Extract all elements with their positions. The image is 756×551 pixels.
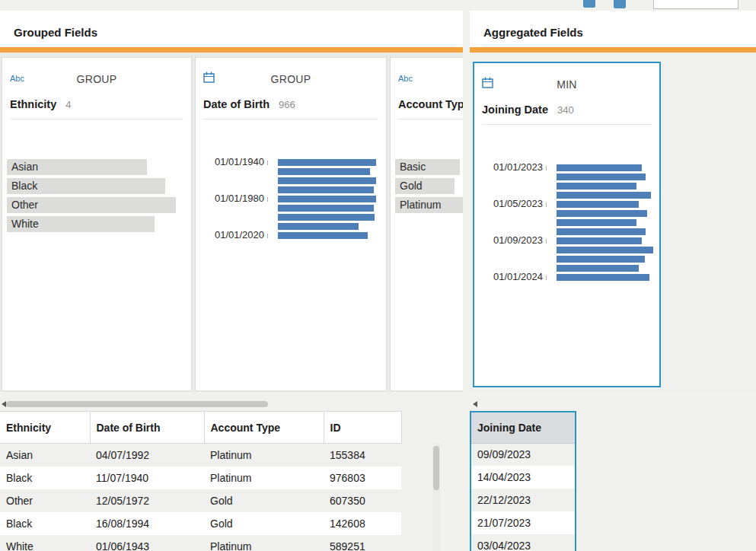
table-cell[interactable]: 607350	[324, 489, 401, 512]
table-row[interactable]: 14/04/2023	[471, 466, 575, 489]
table-cell[interactable]: Gold	[204, 512, 324, 535]
vertical-scrollbar[interactable]	[432, 443, 440, 551]
histogram-bar[interactable]	[278, 214, 375, 221]
histogram-bar[interactable]	[557, 210, 647, 217]
table-cell[interactable]: 21/07/2023	[471, 511, 575, 534]
table-row[interactable]: Black11/07/1940Platinum976803	[0, 467, 401, 489]
toolbar-icon[interactable]	[583, 0, 595, 8]
histogram-bar[interactable]	[557, 228, 646, 235]
category-bar[interactable]: Platinum	[395, 197, 463, 216]
table-cell[interactable]: 12/05/1972	[90, 489, 204, 512]
table-cell[interactable]: Asian	[0, 444, 90, 467]
column-header[interactable]: Ethnicity	[0, 412, 90, 444]
histogram-bar[interactable]	[557, 174, 646, 180]
category-bar[interactable]: Black	[7, 178, 187, 197]
table-cell[interactable]: Platinum	[204, 444, 324, 467]
scrollbar-thumb[interactable]	[433, 446, 439, 490]
table-cell[interactable]: Black	[0, 512, 90, 535]
table-row[interactable]: White01/06/1943Platinum589251	[0, 535, 401, 551]
table-cell[interactable]: 155384	[324, 444, 401, 467]
column-header[interactable]: Account Type	[204, 412, 324, 444]
table-row[interactable]: 21/07/2023	[471, 511, 575, 534]
histogram-track	[557, 183, 653, 190]
panel-title: Grouped Fields	[0, 11, 463, 39]
column-header[interactable]: ID	[324, 412, 401, 444]
header-row: Joining Date	[471, 412, 575, 443]
accent-bar	[0, 47, 463, 53]
category-bar[interactable]: Basic	[395, 159, 463, 178]
table-cell[interactable]: 11/07/1940	[90, 467, 204, 489]
table-cell[interactable]: 14/04/2023	[471, 466, 575, 489]
table-row[interactable]: Asian04/07/1992Platinum155384	[0, 444, 401, 467]
histogram-bar[interactable]	[557, 192, 651, 199]
table-row[interactable]: Black16/08/1994Gold142608	[0, 512, 401, 535]
table-cell[interactable]: 01/06/1943	[90, 535, 204, 551]
table-cell[interactable]: 09/09/2023	[471, 443, 575, 466]
field-name-row: Ethnicity4	[10, 97, 183, 111]
field-card-account-type[interactable]: Abc GROUP Account Type BasicGoldPlatinum	[390, 57, 463, 391]
histogram-bar[interactable]	[278, 159, 376, 166]
table-cell[interactable]: Platinum	[204, 535, 324, 551]
category-bar-label: Platinum	[400, 199, 441, 211]
table-cell[interactable]: 142608	[324, 512, 401, 535]
histogram-bar[interactable]	[557, 219, 636, 226]
category-bar[interactable]: White	[7, 216, 187, 235]
category-bar[interactable]: Other	[7, 197, 187, 216]
histogram-bar[interactable]	[278, 205, 374, 212]
histogram-bar[interactable]	[557, 247, 653, 253]
histogram-row: 01/01/1940	[202, 158, 380, 167]
histogram-bar[interactable]	[278, 186, 374, 193]
table-cell[interactable]: White	[0, 535, 90, 551]
table-cell[interactable]: Other	[0, 489, 90, 512]
histogram-bar[interactable]	[278, 177, 376, 184]
category-bar[interactable]: Gold	[395, 178, 463, 197]
histogram-bar[interactable]	[278, 196, 376, 202]
table-cell[interactable]: 16/08/1994	[90, 512, 204, 535]
table-cell[interactable]: 589251	[324, 535, 401, 551]
histogram-bar[interactable]	[557, 265, 639, 272]
histogram-track	[557, 210, 653, 217]
toolbar-field[interactable]	[653, 0, 738, 9]
histogram-bin-label: 01/01/1940	[202, 158, 278, 167]
table-row[interactable]: 03/04/2023	[471, 534, 575, 551]
field-card-date-of-birth[interactable]: GROUP Date of Birth966 01/01/194001/01/1…	[195, 57, 387, 391]
field-count: 4	[65, 99, 71, 110]
histogram-bar[interactable]	[557, 237, 642, 244]
data-table: Joining Date 09/09/202314/04/202322/12/2…	[471, 412, 575, 551]
scroll-left-arrow-icon[interactable]	[473, 401, 477, 407]
histogram-bin-label: 01/01/1980	[202, 194, 278, 203]
table-cell[interactable]: 03/04/2023	[471, 534, 575, 551]
table-row[interactable]: Other12/05/1972Gold607350	[0, 489, 401, 512]
header-row: EthnicityDate of BirthAccount TypeID	[0, 412, 401, 444]
histogram-bar[interactable]	[557, 164, 642, 171]
histogram-track	[557, 237, 653, 244]
histogram-bar[interactable]	[278, 223, 359, 230]
table-row[interactable]: 09/09/2023	[471, 443, 575, 466]
table-cell[interactable]: Gold	[204, 489, 324, 512]
histogram-bar[interactable]	[557, 274, 649, 281]
table-cell[interactable]: 976803	[324, 467, 401, 489]
histogram-bar[interactable]	[557, 201, 639, 208]
text-type-icon: Abc	[10, 74, 24, 83]
histogram-bar[interactable]	[278, 168, 370, 175]
horizontal-scrollbar[interactable]	[0, 399, 463, 409]
toolbar-icon[interactable]	[614, 0, 626, 8]
table-row[interactable]: 22/12/2023	[471, 489, 575, 511]
histogram-bar[interactable]	[278, 232, 368, 239]
table-cell[interactable]: Platinum	[204, 467, 324, 489]
column-header[interactable]: Date of Birth	[90, 412, 204, 444]
histogram-bar[interactable]	[557, 256, 645, 263]
horizontal-scrollbar[interactable]	[470, 399, 756, 409]
field-card-ethnicity[interactable]: Abc GROUP Ethnicity4 AsianBlackOtherWhit…	[2, 57, 192, 391]
category-bar[interactable]: Asian	[7, 159, 187, 178]
grouped-fields-panel: Grouped Fields Abc GROUP Ethnicity4 Asia…	[0, 11, 463, 392]
field-card-joining-date[interactable]: MIN Joining Date340 01/01/202301/05/2023…	[473, 62, 661, 387]
histogram-track	[278, 196, 380, 202]
divider	[10, 119, 183, 119]
scrollbar-thumb[interactable]	[6, 401, 268, 407]
table-cell[interactable]: 04/07/1992	[90, 444, 204, 467]
table-cell[interactable]: 22/12/2023	[471, 489, 575, 511]
histogram-bar[interactable]	[557, 183, 636, 190]
table-cell[interactable]: Black	[0, 467, 90, 489]
column-header[interactable]: Joining Date	[471, 412, 575, 443]
